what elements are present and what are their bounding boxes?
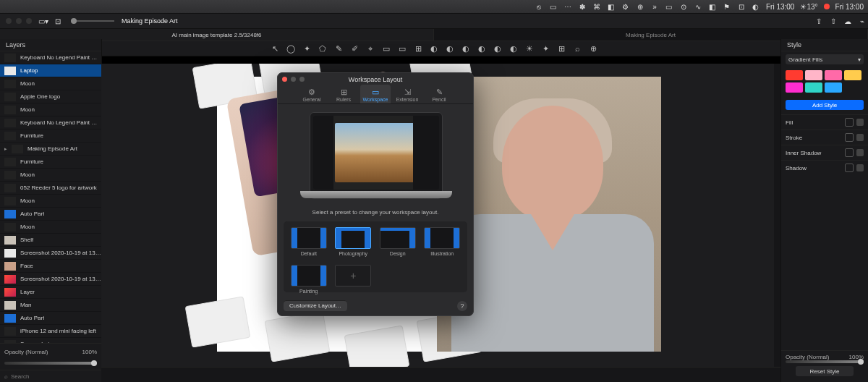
layer-row[interactable]: Apple One logo	[0, 90, 101, 103]
layer-row[interactable]: Moon	[0, 77, 101, 90]
layer-row[interactable]: Layer	[0, 286, 101, 299]
preset-painting[interactable]: Painting	[289, 265, 328, 297]
layer-row[interactable]: Screenshot 2020-10-19 at 13.0…	[0, 273, 101, 286]
style-property-row[interactable]: Fill	[781, 114, 868, 130]
workspace-preview	[310, 112, 443, 199]
property-toggle-icon[interactable]	[845, 164, 854, 172]
customize-layout-button[interactable]: Customize Layout…	[284, 300, 347, 311]
layer-thumbnail	[4, 197, 16, 205]
property-color-icon[interactable]	[856, 164, 864, 171]
color-swatch[interactable]	[825, 70, 842, 80]
notification-dot-icon[interactable]	[824, 4, 830, 9]
menubar-status-icon[interactable]: ⋯	[563, 2, 572, 11]
dialog-tab-rulers[interactable]: ⊞Rulers	[328, 85, 359, 103]
menubar-weather[interactable]: ☀13°	[800, 2, 817, 11]
sidebar-toggle-icon[interactable]: ▭▾	[39, 17, 48, 25]
color-swatch[interactable]	[786, 82, 803, 93]
layer-name: Screenshot 2020-10-19 at 13.0…	[20, 250, 101, 256]
view-mode-icon[interactable]: ⊡	[54, 17, 62, 25]
style-opacity-slider[interactable]	[786, 360, 864, 363]
layer-row[interactable]: Man	[0, 299, 101, 312]
layer-row[interactable]: Auto Part	[0, 312, 101, 325]
preset-illustration[interactable]: Illustration	[423, 227, 462, 259]
layer-row[interactable]: Keyboard No Legend Paint Copy	[0, 51, 101, 64]
zoom-slider[interactable]	[71, 20, 114, 22]
property-color-icon[interactable]	[856, 119, 864, 126]
menubar-status-icon[interactable]: ◐	[752, 2, 760, 11]
menubar-status-icon[interactable]: ⚑	[723, 2, 731, 11]
menubar-status-icon[interactable]: ▭	[665, 2, 673, 11]
layers-list[interactable]: Keyboard No Legend Paint CopyLaptopMoonA…	[0, 51, 101, 343]
reset-style-button[interactable]: Reset Style	[796, 366, 854, 376]
menubar-status-icon[interactable]: ▭	[549, 2, 558, 11]
style-property-row[interactable]: Shadow	[781, 160, 868, 175]
preset-photography[interactable]: Photography	[334, 227, 373, 259]
layer-row[interactable]: Moon	[0, 169, 101, 182]
menubar-status-icon[interactable]: ◧	[708, 2, 717, 11]
apple-menu-icon[interactable]	[7, 2, 16, 11]
dialog-tab-general[interactable]: ⚙General	[297, 85, 327, 103]
menubar-status-icon[interactable]: ⊕	[636, 2, 644, 11]
layer-row[interactable]: Screenshot	[0, 338, 101, 343]
dialog-tab-extension[interactable]: ⇲Extension	[392, 85, 422, 103]
menubar-status-icon[interactable]: ∿	[694, 2, 702, 11]
menubar-status-icon[interactable]: »	[650, 2, 659, 11]
disclosure-icon[interactable]: ▸	[4, 146, 7, 152]
dialog-tab-pencil[interactable]: ✎Pencil	[424, 85, 454, 103]
share-icon[interactable]: ⇧	[829, 17, 838, 25]
layer-row[interactable]: Moon	[0, 195, 101, 208]
layer-row[interactable]: Auto Part	[0, 208, 101, 221]
color-swatch[interactable]	[805, 82, 822, 93]
layer-row[interactable]: Furniture	[0, 130, 101, 143]
menubar-status-icon[interactable]: ⊡	[737, 2, 746, 11]
menubar-status-icon[interactable]: ✽	[578, 2, 587, 11]
layer-thumbnail	[4, 314, 16, 323]
add-preset-button[interactable]: +	[334, 265, 373, 297]
property-color-icon[interactable]	[856, 134, 864, 141]
help-button[interactable]: ?	[457, 301, 467, 311]
layer-row[interactable]: Moon	[0, 103, 101, 116]
menubar-status-icon[interactable]: ⊙	[679, 2, 688, 11]
layer-row[interactable]: Keyboard No Legend Paint Cop…	[0, 116, 101, 130]
cloud-icon[interactable]: ☁	[843, 17, 852, 25]
menubar-clock[interactable]: Fri 13:00	[766, 2, 794, 11]
layer-row[interactable]: iPhone 12 and mini facing left	[0, 325, 101, 338]
style-dropdown[interactable]: Gradient Fills ▾	[786, 54, 864, 64]
property-color-icon[interactable]	[856, 149, 864, 156]
color-swatch[interactable]	[844, 70, 861, 80]
wifi-icon[interactable]: ⌁	[858, 17, 867, 25]
property-toggle-icon[interactable]	[845, 133, 854, 142]
layer-row[interactable]: Face	[0, 260, 101, 273]
add-style-button[interactable]: Add Style	[786, 100, 864, 110]
layer-row[interactable]: Laptop	[0, 64, 101, 77]
property-toggle-icon[interactable]	[845, 148, 854, 157]
layer-row[interactable]: ▸Making Episode Art	[0, 143, 101, 156]
style-property-row[interactable]: Stroke	[781, 130, 868, 145]
dialog-tab-workspace[interactable]: ▭Workspace	[360, 85, 391, 103]
layer-thumbnail	[4, 262, 16, 271]
layer-row[interactable]: 052 Reeder 5 logo for artwork	[0, 182, 101, 195]
opacity-slider[interactable]	[4, 362, 97, 365]
preset-label: Illustration	[430, 251, 454, 256]
style-property-row[interactable]: Inner Shadow	[781, 145, 868, 160]
layer-row[interactable]: Shelf	[0, 234, 101, 247]
menubar-date[interactable]: Fri 13:00	[835, 2, 864, 11]
menubar-status-icon[interactable]: ⚙	[621, 2, 630, 11]
style-opacity-label[interactable]: Opacity (Normal)	[786, 354, 829, 360]
menubar-status-icon[interactable]: ◧	[607, 2, 616, 11]
color-swatch[interactable]	[786, 70, 803, 80]
layer-row[interactable]: Furniture	[0, 156, 101, 169]
property-toggle-icon[interactable]	[845, 118, 854, 127]
opacity-label[interactable]: Opacity (Normal)	[4, 349, 48, 355]
traffic-lights[interactable]	[6, 18, 32, 24]
menubar-status-icon[interactable]: ⎋	[535, 2, 543, 11]
layer-row[interactable]: Screenshot 2020-10-19 at 13.0…	[0, 247, 101, 260]
color-swatch[interactable]	[825, 82, 842, 93]
menubar-status-icon[interactable]: ⌘	[592, 2, 601, 11]
preset-design[interactable]: Design	[378, 227, 417, 259]
preset-default[interactable]: Default	[289, 227, 328, 259]
layers-search[interactable]: ⌕ Search	[0, 370, 101, 382]
color-swatch[interactable]	[805, 70, 822, 80]
layer-row[interactable]: Moon	[0, 221, 101, 234]
export-icon[interactable]: ⇪	[814, 17, 823, 25]
